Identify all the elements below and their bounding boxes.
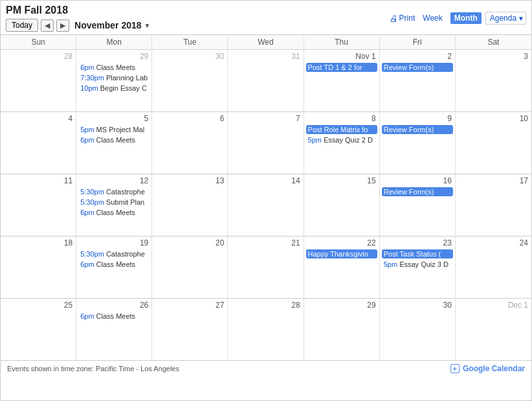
day-number: 21 bbox=[230, 238, 301, 248]
day-number: 25 bbox=[3, 300, 74, 310]
day-number: 6 bbox=[154, 113, 225, 124]
day-number: 4 bbox=[3, 113, 74, 124]
day-cell[interactable]: 125:30pm Catastrophe5:30pm Submit Plan6p… bbox=[76, 174, 152, 236]
day-number: 10 bbox=[458, 113, 529, 124]
calendar: SunMonTueWedThuFriSat 28296pm Class Meet… bbox=[1, 34, 531, 360]
calendar-event[interactable]: 5:30pm Catastrophe bbox=[78, 249, 150, 258]
month-dropdown-arrow[interactable]: ▼ bbox=[144, 22, 151, 29]
month-view-button[interactable]: Month bbox=[450, 12, 482, 24]
day-headers: SunMonTueWedThuFriSat bbox=[1, 35, 531, 50]
day-header-fri: Fri bbox=[380, 35, 456, 49]
event-time: 10pm bbox=[80, 84, 98, 92]
day-number: 9 bbox=[382, 113, 453, 124]
day-cell[interactable]: 14 bbox=[228, 174, 304, 236]
calendar-event[interactable]: Happy Thanksgivin bbox=[306, 249, 377, 258]
day-cell[interactable]: 266pm Class Meets bbox=[76, 299, 152, 360]
day-cell[interactable]: 30 bbox=[152, 50, 228, 111]
day-header-sun: Sun bbox=[1, 35, 76, 49]
day-cell[interactable]: 2Review Form(s) bbox=[380, 50, 456, 111]
day-cell[interactable]: 31 bbox=[228, 50, 304, 111]
day-number: 28 bbox=[230, 300, 301, 310]
calendar-event[interactable]: 6pm Class Meets bbox=[78, 312, 150, 321]
calendar-event[interactable]: 5:30pm Submit Plan bbox=[78, 198, 150, 207]
calendar-event[interactable]: 6pm Class Meets bbox=[78, 135, 150, 144]
day-cell[interactable]: Nov 1Post TD 1 & 2 for bbox=[304, 50, 380, 111]
day-cell[interactable]: 13 bbox=[152, 174, 228, 236]
day-cell[interactable]: 6 bbox=[152, 112, 228, 174]
event-time: 6pm bbox=[80, 260, 94, 268]
agenda-view-button[interactable]: Agenda ▼ bbox=[485, 12, 526, 25]
day-cell[interactable]: 9Review Form(s) bbox=[380, 112, 456, 174]
calendar-event[interactable]: 7:30pm Planning Lab bbox=[78, 73, 150, 82]
day-cell[interactable]: 29 bbox=[304, 299, 380, 360]
day-cell[interactable]: 296pm Class Meets7:30pm Planning Lab10pm… bbox=[76, 50, 152, 111]
calendar-event[interactable]: Post Role Matrix fo bbox=[306, 125, 377, 134]
calendar-event[interactable]: 5:30pm Catastrophe bbox=[78, 187, 150, 196]
next-month-button[interactable]: ▶ bbox=[56, 19, 69, 32]
event-time: 6pm bbox=[80, 63, 94, 71]
day-cell[interactable]: 55pm MS Project Mal6pm Class Meets bbox=[76, 112, 152, 174]
today-button[interactable]: Today bbox=[6, 19, 38, 32]
day-cell[interactable]: 25 bbox=[1, 299, 76, 360]
week-view-button[interactable]: Week bbox=[419, 12, 446, 24]
month-label-text: November 2018 bbox=[74, 20, 142, 30]
day-cell[interactable]: 21 bbox=[228, 236, 304, 298]
app-title: PM Fall 2018 bbox=[6, 5, 150, 16]
day-cell[interactable]: 28 bbox=[1, 50, 76, 111]
day-cell[interactable]: Dec 1 bbox=[456, 299, 531, 360]
prev-month-button[interactable]: ◀ bbox=[41, 19, 54, 32]
google-calendar-link[interactable]: + Google Calendar bbox=[450, 364, 525, 373]
calendar-body: 28296pm Class Meets7:30pm Planning Lab10… bbox=[1, 50, 531, 360]
calendar-event[interactable]: Review Form(s) bbox=[382, 63, 453, 72]
day-cell[interactable]: 3 bbox=[456, 50, 531, 111]
day-cell[interactable]: 10 bbox=[456, 112, 531, 174]
day-number: Dec 1 bbox=[458, 300, 529, 310]
day-cell[interactable]: 18 bbox=[1, 236, 76, 298]
day-cell[interactable]: 30 bbox=[380, 299, 456, 360]
day-number: Nov 1 bbox=[306, 51, 377, 62]
print-button[interactable]: Print bbox=[390, 14, 416, 23]
day-number: 12 bbox=[78, 176, 150, 186]
day-cell[interactable]: 7 bbox=[228, 112, 304, 174]
day-number: 7 bbox=[230, 113, 301, 124]
timezone-label: Events shown in time zone: Pacific Time … bbox=[7, 365, 179, 372]
day-number: 23 bbox=[382, 238, 453, 248]
day-cell[interactable]: 195:30pm Catastrophe6pm Class Meets bbox=[76, 236, 152, 298]
calendar-event[interactable]: 6pm Class Meets bbox=[78, 208, 150, 217]
calendar-event[interactable]: 5pm Essay Quiz 3 D bbox=[382, 260, 453, 269]
day-cell[interactable]: 16Review Form(s) bbox=[380, 174, 456, 236]
day-cell[interactable]: 23Post Task Status (5pm Essay Quiz 3 D bbox=[380, 236, 456, 298]
footer: Events shown in time zone: Pacific Time … bbox=[1, 360, 531, 376]
calendar-event[interactable]: 6pm Class Meets bbox=[78, 63, 150, 72]
calendar-event[interactable]: Post Task Status ( bbox=[382, 249, 453, 258]
calendar-event[interactable]: 6pm Class Meets bbox=[78, 260, 150, 269]
agenda-dropdown-arrow[interactable]: ▼ bbox=[518, 15, 524, 22]
day-number: 27 bbox=[154, 300, 225, 310]
day-cell[interactable]: 27 bbox=[152, 299, 228, 360]
day-cell[interactable]: 15 bbox=[304, 174, 380, 236]
day-cell[interactable]: 28 bbox=[228, 299, 304, 360]
week-row-1: 455pm MS Project Mal6pm Class Meets678Po… bbox=[1, 112, 531, 174]
day-cell[interactable]: 17 bbox=[456, 174, 531, 236]
day-cell[interactable]: 20 bbox=[152, 236, 228, 298]
day-number: 19 bbox=[78, 238, 150, 248]
calendar-event[interactable]: 5pm Essay Quiz 2 D bbox=[306, 135, 377, 144]
event-time: 6pm bbox=[80, 136, 94, 144]
calendar-event[interactable]: 10pm Begin Essay C bbox=[78, 84, 150, 93]
calendar-event[interactable]: Review Form(s) bbox=[382, 187, 453, 196]
day-cell[interactable]: 4 bbox=[1, 112, 76, 174]
day-number: 24 bbox=[458, 238, 529, 248]
week-row-3: 18195:30pm Catastrophe6pm Class Meets202… bbox=[1, 236, 531, 299]
day-cell[interactable]: 8Post Role Matrix fo5pm Essay Quiz 2 D bbox=[304, 112, 380, 174]
week-row-4: 25266pm Class Meets27282930Dec 1 bbox=[1, 299, 531, 360]
header-right: Print Week Month Agenda ▼ bbox=[390, 12, 526, 25]
calendar-event[interactable]: Post TD 1 & 2 for bbox=[306, 63, 377, 72]
day-number: 28 bbox=[3, 51, 74, 62]
google-calendar-label: Google Calendar bbox=[463, 364, 525, 373]
day-cell[interactable]: 11 bbox=[1, 174, 76, 236]
printer-icon bbox=[390, 14, 398, 23]
calendar-event[interactable]: Review Form(s) bbox=[382, 125, 453, 134]
day-cell[interactable]: 22Happy Thanksgivin bbox=[304, 236, 380, 298]
day-cell[interactable]: 24 bbox=[456, 236, 531, 298]
calendar-event[interactable]: 5pm MS Project Mal bbox=[78, 125, 150, 134]
